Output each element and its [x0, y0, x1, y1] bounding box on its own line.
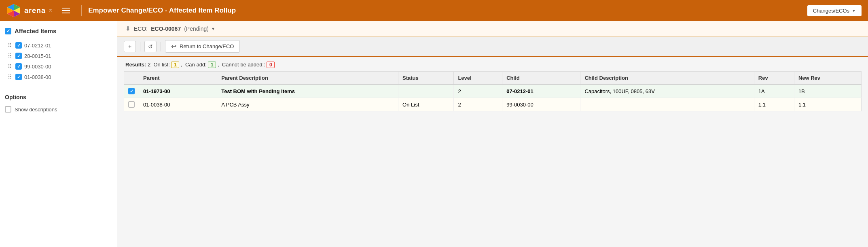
row2-parent-description: A PCB Assy [217, 98, 398, 111]
row1-status [398, 85, 454, 98]
table-row: 01-0038-00 A PCB Assy On List 2 99-0030-… [124, 98, 862, 111]
show-descriptions-option[interactable]: Show descriptions [5, 104, 112, 114]
row1-parent-description: Test BOM with Pending Items [217, 85, 398, 98]
col-status: Status [398, 72, 454, 85]
col-parent: Parent [139, 72, 217, 85]
eco-number: ECO-00067 [151, 26, 181, 32]
col-child: Child [502, 72, 580, 85]
row2-parent: 01-0038-00 [139, 98, 217, 111]
page-title: Empower Change/ECO - Affected Item Rollu… [88, 6, 807, 15]
col-level: Level [454, 72, 502, 85]
drag-icon-1: ⠿ [6, 42, 13, 49]
row1-level: 2 [454, 85, 502, 98]
cannot-add-badge: 0 [267, 62, 275, 68]
results-table-container: Parent Parent Description Status Level C… [117, 71, 868, 247]
row2-status: On List [398, 98, 454, 111]
sidebar-item-label-4: 01-0038-00 [24, 74, 51, 80]
sidebar-item-07-0212-01[interactable]: ⠿ 07-0212-01 [5, 40, 112, 51]
sidebar-item-01-0038-00[interactable]: ⠿ 01-0038-00 [5, 72, 112, 82]
nav-chevron-icon: ▼ [852, 9, 856, 13]
drag-icon-3: ⠿ [6, 63, 13, 70]
logo: arena ® [6, 3, 52, 18]
row1-checkbox[interactable] [128, 88, 135, 94]
sidebar-item-99-0030-00[interactable]: ⠿ 99-0030-00 [5, 61, 112, 72]
row2-rev: 1.1 [754, 98, 794, 111]
app-header: arena ® Empower Change/ECO - Affected It… [0, 0, 868, 21]
sidebar-section-title: Affected Items [15, 28, 56, 34]
item-checkbox-4[interactable] [15, 74, 22, 80]
table-header-row: Parent Parent Description Status Level C… [124, 72, 862, 85]
nav-label: Changes/ECOs [813, 8, 849, 14]
row2-checkbox[interactable] [128, 101, 135, 108]
can-add-label: Can add: [185, 62, 207, 68]
toolbar: + ↺ ↩ Return to Change/ECO [117, 37, 868, 57]
arena-trademark: ® [49, 8, 52, 13]
results-table: Parent Parent Description Status Level C… [124, 71, 862, 111]
row2-checkbox-cell[interactable] [124, 98, 139, 111]
return-icon: ↩ [171, 43, 176, 50]
show-descriptions-checkbox[interactable] [5, 106, 11, 113]
affected-items-checkbox[interactable] [5, 28, 11, 34]
col-child-description: Child Description [580, 72, 754, 85]
add-button[interactable]: + [124, 41, 136, 52]
eco-chevron-icon[interactable]: ▾ [212, 26, 214, 32]
item-checkbox-2[interactable] [15, 53, 22, 59]
row2-child: 99-0030-00 [502, 98, 580, 111]
eco-bar: ⬇ ECO: ECO-00067 (Pending) ▾ [117, 21, 868, 37]
can-add-badge: 1 [208, 62, 216, 68]
results-bar: Results: 2 On list: 1 , Can add: 1 , Can… [117, 57, 868, 71]
col-new-rev: New Rev [794, 72, 861, 85]
row1-rev: 1A [754, 85, 794, 98]
sidebar: Affected Items ⠿ 07-0212-01 ⠿ 28-0015-01… [0, 21, 117, 247]
col-parent-description: Parent Description [217, 72, 398, 85]
show-descriptions-label: Show descriptions [15, 106, 57, 113]
return-label: Return to Change/ECO [180, 43, 234, 49]
row1-checkbox-cell[interactable] [124, 85, 139, 98]
cannot-add-label: Cannot be added: [222, 62, 264, 68]
sidebar-item-label-2: 28-0015-01 [24, 53, 51, 59]
on-list-badge: 1 [171, 62, 179, 68]
content-area: ⬇ ECO: ECO-00067 (Pending) ▾ + ↺ ↩ Retur… [117, 21, 868, 247]
main-layout: Affected Items ⠿ 07-0212-01 ⠿ 28-0015-01… [0, 21, 868, 247]
col-checkbox [124, 72, 139, 85]
arena-wordmark: arena [24, 6, 46, 15]
arena-logo-icon [6, 3, 21, 18]
table-row: 01-1973-00 Test BOM with Pending Items 2… [124, 85, 862, 98]
header-divider [81, 5, 82, 16]
toolbar-separator-1 [140, 42, 140, 51]
sidebar-item-28-0015-01[interactable]: ⠿ 28-0015-01 [5, 51, 112, 61]
row1-parent: 01-1973-00 [139, 85, 217, 98]
menu-icon[interactable] [62, 8, 70, 13]
row2-level: 2 [454, 98, 502, 111]
row1-child-description: Capacitors, 100UF, 0805, 63V [580, 85, 754, 98]
sidebar-affected-items-header: Affected Items [5, 28, 112, 34]
row2-child-description [580, 98, 754, 111]
eco-prefix: ECO: [134, 26, 148, 32]
changes-ecos-nav[interactable]: Changes/ECOs ▼ [807, 5, 862, 16]
on-list-label: On list: [153, 62, 169, 68]
row2-new-rev: 1.1 [794, 98, 861, 111]
refresh-button[interactable]: ↺ [144, 41, 157, 52]
sidebar-divider [5, 88, 112, 88]
drag-icon-2: ⠿ [6, 53, 13, 59]
options-title: Options [5, 94, 112, 100]
sidebar-item-label-3: 99-0030-00 [24, 64, 51, 70]
row1-child: 07-0212-01 [502, 85, 580, 98]
item-checkbox-1[interactable] [15, 42, 22, 49]
drag-icon-4: ⠿ [6, 74, 13, 80]
eco-download-icon: ⬇ [125, 25, 131, 32]
results-count: 2 [148, 62, 150, 68]
sidebar-item-label-1: 07-0212-01 [24, 43, 51, 49]
col-rev: Rev [754, 72, 794, 85]
row1-new-rev: 1B [794, 85, 861, 98]
eco-status: (Pending) [184, 26, 209, 32]
return-to-change-button[interactable]: ↩ Return to Change/ECO [165, 40, 240, 53]
toolbar-separator-2 [161, 42, 161, 51]
item-checkbox-3[interactable] [15, 63, 22, 70]
results-label: Results: [125, 62, 146, 68]
